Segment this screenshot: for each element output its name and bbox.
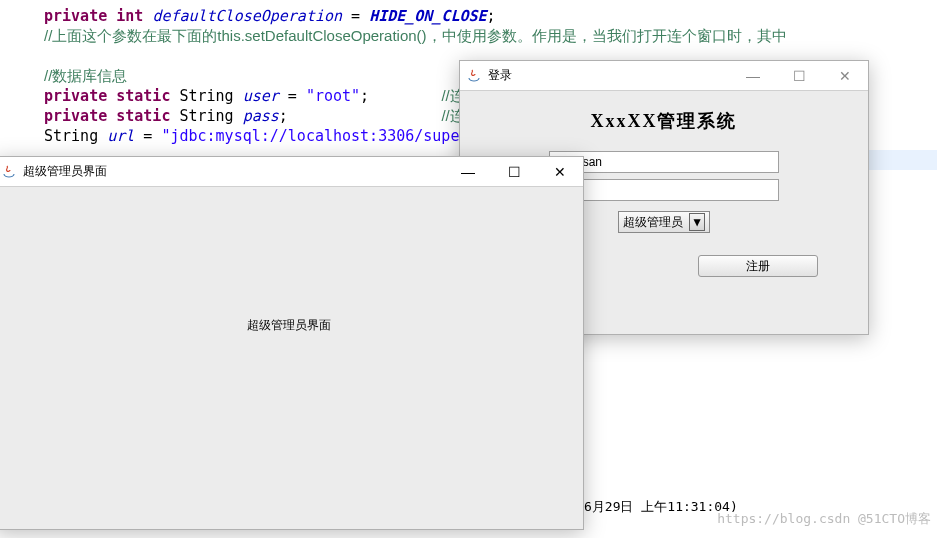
field-url: url	[107, 127, 134, 145]
status-timestamp: 6月29日 上午11:31:04)	[584, 498, 738, 516]
op: =	[279, 87, 306, 105]
keyword-private: private	[44, 7, 107, 25]
type: String	[44, 127, 98, 145]
editor-highlight-row	[869, 150, 937, 170]
role-selected: 超级管理员	[623, 214, 683, 231]
admin-window: 超级管理员界面 — ☐ ✕ 超级管理员界面	[0, 156, 584, 530]
login-titlebar[interactable]: 登录 — ☐ ✕	[460, 61, 868, 91]
minimize-button[interactable]: —	[730, 61, 776, 91]
op-eq: =	[342, 7, 369, 25]
op: =	[134, 127, 161, 145]
field-pass: pass	[243, 107, 279, 125]
string-url: "jdbc:mysql://localhost:3306/superm	[161, 127, 477, 145]
comment-line: //上面这个参数在最下面的this.setDefaultCloseOperati…	[44, 27, 787, 44]
register-button[interactable]: 注册	[698, 255, 818, 277]
admin-body: 超级管理员界面	[0, 187, 583, 529]
admin-titlebar[interactable]: 超级管理员界面 — ☐ ✕	[0, 157, 583, 187]
kw: private	[44, 87, 107, 105]
kw: private	[44, 107, 107, 125]
java-icon	[1, 164, 17, 180]
kw: static	[116, 87, 170, 105]
semicolon: ;	[487, 7, 496, 25]
keyword-int: int	[116, 7, 143, 25]
login-heading: XxxXX管理系统	[488, 109, 840, 133]
java-icon	[466, 68, 482, 84]
close-button[interactable]: ✕	[822, 61, 868, 91]
field-name: defaultCloseOperation	[152, 7, 342, 25]
comment-db: //数据库信息	[44, 67, 127, 84]
maximize-button[interactable]: ☐	[776, 61, 822, 91]
type: String	[179, 107, 233, 125]
minimize-button[interactable]: —	[445, 157, 491, 187]
field-user: user	[243, 87, 279, 105]
admin-title-text: 超级管理员界面	[23, 163, 107, 180]
semi: ;	[360, 87, 369, 105]
semi: ;	[279, 107, 288, 125]
watermark: https://blog.csdn @51CTO博客	[717, 510, 931, 528]
maximize-button[interactable]: ☐	[491, 157, 537, 187]
role-select[interactable]: 超级管理员 ▼	[618, 211, 710, 233]
close-button[interactable]: ✕	[537, 157, 583, 187]
admin-body-label: 超级管理员界面	[247, 317, 331, 334]
login-title-text: 登录	[488, 67, 512, 84]
type: String	[179, 87, 233, 105]
constant: HIDE_ON_CLOSE	[369, 7, 486, 25]
chevron-down-icon[interactable]: ▼	[689, 213, 705, 231]
string: "root"	[306, 87, 360, 105]
kw: static	[116, 107, 170, 125]
